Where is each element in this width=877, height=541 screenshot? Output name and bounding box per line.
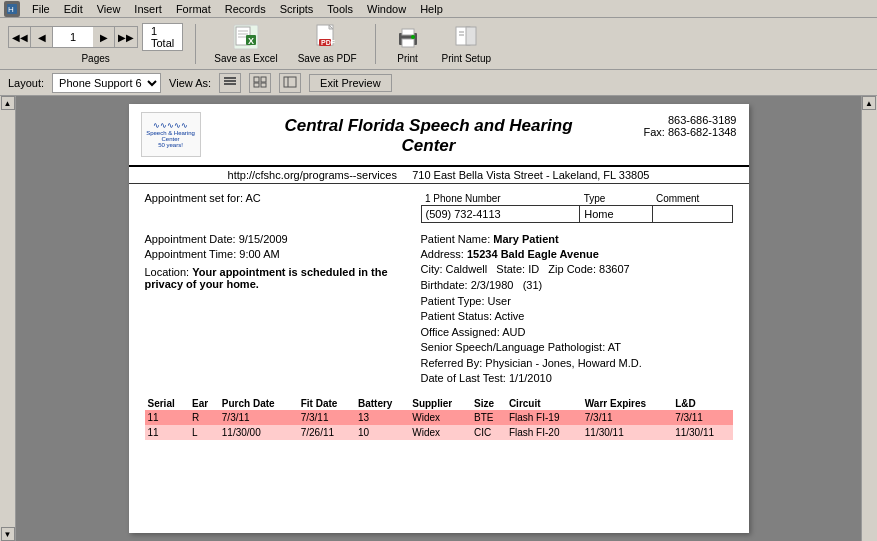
print-setup-label: Print Setup: [442, 53, 491, 64]
ha-row-1: 11 R 7/3/11 7/3/11 13 Widex BTE Flash FI…: [145, 410, 733, 425]
print-btn[interactable]: Print: [388, 21, 428, 66]
ha-col-fit: Fit Date: [298, 397, 355, 410]
patient-pathologist-row: Senior Speech/Language Pathologist: AT: [421, 341, 733, 353]
patient-section: Appointment Date: 9/15/2009 Appointment …: [145, 233, 733, 387]
layout-select[interactable]: Phone Support 6: [52, 73, 161, 93]
scrollbar-left: ▲ ▼: [0, 96, 16, 541]
ha-col-warr: Warr Expires: [582, 397, 672, 410]
ha-2-circuit: Flash FI-20: [506, 425, 582, 440]
layout-label: Layout:: [8, 77, 44, 89]
svg-point-16: [411, 35, 415, 39]
patient-office-value: AUD: [502, 326, 525, 338]
ha-2-size: CIC: [471, 425, 506, 440]
patient-address-label: Address:: [421, 248, 464, 260]
header-right: 863-686-3189 Fax: 863-682-1348: [577, 112, 737, 138]
appt-location-label: Location:: [145, 266, 190, 278]
save-pdf-label: Save as PDF: [298, 53, 357, 64]
appt-right: 1 Phone Number Type Comment (509) 732-41…: [421, 192, 733, 227]
total-section: 1 Total: [142, 23, 183, 51]
patient-office-row: Office Assigned: AUD: [421, 326, 733, 338]
svg-rect-24: [254, 77, 259, 82]
ha-2-serial: 11: [145, 425, 190, 440]
ha-2-purch: 11/30/00: [219, 425, 298, 440]
menu-help[interactable]: Help: [414, 2, 449, 16]
menu-records[interactable]: Records: [219, 2, 272, 16]
exit-preview-btn[interactable]: Exit Preview: [309, 74, 392, 92]
patient-type-label: Patient Type:: [421, 295, 485, 307]
patient-type-value: User: [488, 295, 511, 307]
save-excel-btn[interactable]: X Save as Excel: [208, 21, 283, 66]
ha-2-supplier: Widex: [409, 425, 471, 440]
header-center: Central Florida Speech and Hearing Cente…: [281, 112, 577, 156]
patient-pathologist-value: AT: [608, 341, 621, 353]
scroll-right-up-btn[interactable]: ▲: [862, 96, 876, 110]
svg-rect-23: [224, 83, 236, 85]
nav-next-btn[interactable]: ▶: [93, 27, 115, 47]
total-label: Total: [151, 37, 174, 49]
toolbar2: Layout: Phone Support 6 View As: Exit Pr…: [0, 70, 877, 96]
nav-prev-btn[interactable]: ◀: [31, 27, 53, 47]
total-box: 1 Total: [142, 23, 183, 51]
patient-lasttest-label: Date of Last Test:: [421, 372, 506, 384]
view-grid-btn[interactable]: [249, 73, 271, 93]
ha-table-section: Serial Ear Purch Date Fit Date Battery S…: [145, 397, 733, 440]
view-as-label: View As:: [169, 77, 211, 89]
save-pdf-btn[interactable]: PDF Save as PDF: [292, 21, 363, 66]
ha-table-header-row: Serial Ear Purch Date Fit Date Battery S…: [145, 397, 733, 410]
document: ∿∿∿∿∿ Speech & Hearing Center 50 years! …: [129, 104, 749, 533]
patient-name-row: Patient Name: Mary Patient: [421, 233, 733, 245]
patient-lasttest-value: 1/1/2010: [509, 372, 552, 384]
patient-name-value: Mary Patient: [493, 233, 558, 245]
menu-window[interactable]: Window: [361, 2, 412, 16]
patient-referred-value: Physician - Jones, Howard M.D.: [485, 357, 642, 369]
menu-edit[interactable]: Edit: [58, 2, 89, 16]
ha-col-serial: Serial: [145, 397, 190, 410]
ha-col-ear: Ear: [189, 397, 219, 410]
ha-2-ear: L: [189, 425, 219, 440]
ha-col-ld: L&D: [672, 397, 732, 410]
menu-scripts[interactable]: Scripts: [274, 2, 320, 16]
ha-2-ld: 11/30/11: [672, 425, 732, 440]
logo-waves: ∿∿∿∿∿: [153, 121, 188, 130]
patient-left: Appointment Date: 9/15/2009 Appointment …: [145, 233, 405, 387]
toolbar-divider-2: [375, 24, 376, 64]
appt-date-label: Appointment Date:: [145, 233, 236, 245]
appt-section: Appointment set for: AC 1 Phone Number T…: [145, 192, 733, 227]
ha-1-supplier: Widex: [409, 410, 471, 425]
menu-view[interactable]: View: [91, 2, 127, 16]
patient-city-value: Caldwell: [446, 263, 488, 275]
ha-table: Serial Ear Purch Date Fit Date Battery S…: [145, 397, 733, 440]
patient-status-label: Patient Status:: [421, 310, 493, 322]
scroll-up-btn[interactable]: ▲: [1, 96, 15, 110]
patient-zip-value: 83607: [599, 263, 630, 275]
doc-body: Appointment set for: AC 1 Phone Number T…: [129, 184, 749, 448]
app-icon: H: [4, 1, 20, 17]
patient-city-label: City:: [421, 263, 443, 275]
menu-tools[interactable]: Tools: [321, 2, 359, 16]
svg-rect-15: [402, 39, 414, 47]
print-setup-btn[interactable]: Print Setup: [436, 21, 497, 66]
phone-col-header: 1 Phone Number: [421, 192, 580, 206]
total-count: 1: [151, 25, 157, 37]
svg-rect-14: [402, 29, 414, 35]
menu-insert[interactable]: Insert: [128, 2, 168, 16]
view-detail-btn[interactable]: [279, 73, 301, 93]
patient-status-value: Active: [495, 310, 525, 322]
ha-1-ld: 7/3/11: [672, 410, 732, 425]
phone-number: 863-686-3189: [577, 114, 737, 126]
appt-set-for-label: Appointment set for:: [145, 192, 243, 204]
menu-file[interactable]: File: [26, 2, 56, 16]
phone-row: (509) 732-4113 Home: [421, 206, 732, 223]
nav-last-btn[interactable]: ▶▶: [115, 27, 137, 47]
ha-col-supplier: Supplier: [409, 397, 471, 410]
scroll-down-btn[interactable]: ▼: [1, 527, 15, 541]
svg-text:X: X: [248, 36, 254, 46]
nav-first-btn[interactable]: ◀◀: [9, 27, 31, 47]
view-list-btn[interactable]: [219, 73, 241, 93]
patient-birthdate-value: 2/3/1980: [471, 279, 514, 291]
menu-format[interactable]: Format: [170, 2, 217, 16]
ha-1-warr: 7/3/11: [582, 410, 672, 425]
page-number-input[interactable]: 1: [53, 27, 93, 47]
print-label: Print: [397, 53, 418, 64]
svg-rect-21: [224, 77, 236, 79]
